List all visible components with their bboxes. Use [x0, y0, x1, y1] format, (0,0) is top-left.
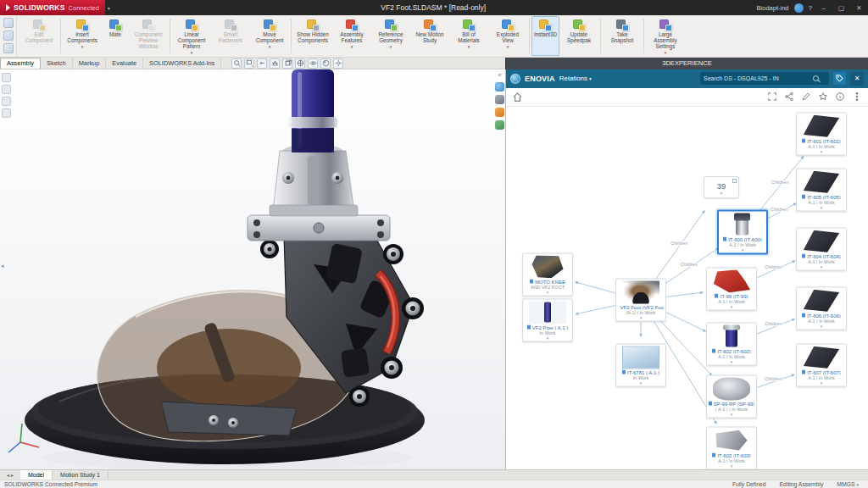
view-orientation-icon[interactable] [282, 58, 292, 69]
ribbon-button-move-component[interactable]: Move Component▾ [250, 16, 289, 56]
appearances-icon[interactable] [495, 108, 504, 117]
node-expand-chevron-icon[interactable]: ▾ [709, 303, 754, 308]
help-icon[interactable]: ? [809, 4, 812, 12]
node-expand-chevron-icon[interactable]: ▾ [525, 289, 570, 294]
previous-view-icon[interactable] [257, 58, 267, 69]
node-expand-chevron-icon[interactable]: ▾ [618, 380, 664, 385]
bottom-tab-model[interactable]: Model [20, 470, 53, 480]
edit-icon[interactable] [801, 92, 811, 102]
bottom-tab-motion-study-1[interactable]: Motion Study 1 [53, 470, 108, 480]
node-expand-chevron-icon[interactable]: ▾ [709, 463, 754, 468]
section-view-icon[interactable] [270, 58, 280, 69]
search-icon[interactable] [813, 75, 819, 81]
open-document-icon[interactable] [3, 30, 14, 41]
view-settings-icon[interactable] [333, 58, 343, 69]
ribbon-button-reference-geometry[interactable]: Reference Geometry▾ [371, 16, 410, 56]
node-expand-chevron-icon[interactable]: ▾ [706, 191, 737, 196]
graph-node-it600[interactable]: IT-600 (IT-600)A.1 | In Work▾ [717, 209, 768, 254]
chrome-clamp[interactable] [270, 144, 358, 216]
node-expand-chevron-icon[interactable]: ▾ [618, 314, 664, 319]
viewport-3d[interactable]: ◂ « [0, 69, 505, 469]
node-expand-chevron-icon[interactable]: ▾ [798, 148, 844, 153]
node-expand-chevron-icon[interactable]: ▾ [798, 263, 844, 269]
zoom-area-icon[interactable] [244, 58, 254, 69]
new-document-icon[interactable] [3, 18, 14, 28]
graph-node-it99[interactable]: IT-99 (IT-99)A.1 | In Work▾ [706, 267, 757, 310]
ribbon-button-assembly-features[interactable]: Assembly Features▾ [332, 16, 371, 56]
graph-node-vf2pipe[interactable]: VF2 Pipe ( A.1 )In Work▾ [522, 298, 573, 341]
status-mmgs[interactable]: MMGS▾ [837, 481, 859, 487]
share-icon[interactable] [784, 92, 794, 102]
relations-dropdown[interactable]: Relations ▾ [559, 75, 592, 82]
ribbon-button-mate[interactable]: Mate [102, 16, 129, 56]
info-icon[interactable] [835, 92, 845, 102]
zoom-fit-icon[interactable] [231, 58, 242, 69]
graph-node-vf2foot[interactable]: VF2 Foot (VF2 Foot)[A.1] | In Work▾ [615, 278, 666, 321]
ribbon-button-new-motion-study[interactable]: New Motion Study [410, 16, 449, 56]
maximize-button[interactable]: ▢ [835, 2, 848, 14]
home-icon[interactable] [512, 92, 523, 103]
ribbon-button-insert-components[interactable]: Insert Components▾ [63, 16, 102, 56]
node-expand-chevron-icon[interactable]: ▾ [709, 411, 754, 416]
more-icon[interactable] [852, 92, 862, 102]
options-icon[interactable] [495, 120, 504, 130]
tab-assembly[interactable]: Assembly [0, 58, 41, 69]
tab-markup[interactable]: Markup [73, 58, 107, 69]
display-manager-icon[interactable] [495, 95, 504, 104]
tab-sketch[interactable]: Sketch [41, 58, 73, 69]
search-input[interactable] [704, 75, 810, 81]
graph-node-it603[interactable]: IT-603 (IT-603)A.1 | In Work▾ [706, 426, 757, 469]
compass-icon[interactable] [510, 74, 520, 84]
pylon[interactable] [288, 69, 337, 152]
select-tool-icon[interactable] [2, 73, 11, 82]
avatar[interactable] [794, 3, 804, 13]
relations-graph[interactable]: ChildrenChildrenChildrenChildrenChildren… [506, 107, 868, 469]
ribbon-button-take-snapshot[interactable]: Take Snapshot [603, 16, 642, 56]
minimize-button[interactable]: – [817, 2, 830, 14]
ribbon-button-linear-component-pattern[interactable]: Linear Component Pattern▾ [172, 16, 211, 56]
panel-close-button[interactable]: ✕ [850, 72, 864, 86]
ribbon-button-update-speedpak[interactable]: Update Speedpak [559, 16, 598, 56]
node-expand-chevron-icon[interactable]: ▾ [525, 335, 570, 340]
ribbon-button-exploded-view[interactable]: Exploded View▾ [488, 16, 527, 56]
scroll-right-icon[interactable]: ▸ [11, 472, 14, 478]
tab-solidworks-add-ins[interactable]: SOLIDWORKS Add-Ins [143, 58, 221, 69]
star-icon[interactable] [818, 92, 828, 102]
account-name[interactable]: Biodapt-ind [757, 4, 789, 12]
graph-node-it602[interactable]: IT-602 (IT-602)A.1 | In Work▾ [706, 322, 757, 365]
expand-group-icon[interactable] [732, 179, 737, 183]
graph-node-it605[interactable]: IT-605 (IT-605)A.1 | In Work▾ [796, 168, 847, 211]
3dexperience-orb-icon[interactable] [495, 82, 504, 92]
measure-tool-icon[interactable] [2, 97, 11, 106]
featuremanager-collapse-icon[interactable]: ◂ [1, 263, 4, 269]
node-expand-chevron-icon[interactable]: ▾ [721, 247, 765, 252]
close-button[interactable]: ✕ [853, 2, 865, 14]
mass-properties-icon[interactable] [2, 108, 11, 118]
expand-icon[interactable] [767, 92, 777, 102]
graph-node-it601[interactable]: IT-601 (IT-601)A.1 | In Work▾ [796, 112, 847, 155]
display-style-icon[interactable] [295, 58, 305, 69]
ribbon-button-show-hidden-components[interactable]: Show Hidden Components [293, 16, 332, 56]
tab-scroll-arrows[interactable]: ◂▸ [0, 470, 20, 480]
node-expand-chevron-icon[interactable]: ▾ [798, 323, 844, 328]
scroll-left-icon[interactable]: ◂ [7, 472, 9, 478]
node-expand-chevron-icon[interactable]: ▾ [798, 380, 844, 385]
sketch-tool-icon[interactable] [2, 85, 11, 94]
tag-icon[interactable] [833, 72, 846, 85]
solidworks-logo[interactable]: SOLIDWORKS Connected [0, 0, 105, 15]
tab-evaluate[interactable]: Evaluate [106, 58, 143, 69]
graph-node-it606[interactable]: IT-606 (IT-606)A.1 | In Work▾ [796, 286, 847, 330]
graph-node-it6781[interactable]: IT-6781 ( A.1 )In Work▾ [615, 343, 666, 386]
save-document-icon[interactable] [3, 43, 14, 53]
graph-node-sp99[interactable]: SP-99 RP (SP-99)( A.1 ) | In Work▾ [706, 374, 757, 418]
top-plate[interactable] [248, 215, 390, 241]
viewport-3d-model[interactable] [0, 69, 505, 469]
edit-appearance-icon[interactable] [320, 58, 331, 69]
hide-show-items-icon[interactable] [308, 58, 318, 69]
graph-node-motoknee[interactable]: MOTO KNEEAND VF2 FOOT▾ [522, 252, 573, 296]
graph-node-it607[interactable]: IT-607 (IT-607)A.1 | In Work▾ [796, 343, 847, 386]
collapse-taskpane-icon[interactable]: « [498, 72, 501, 79]
ribbon-button-large-assembly-settings[interactable]: Large Assembly Settings▾ [646, 16, 685, 56]
ribbon-button-bill-of-materials[interactable]: Bill of Materials▾ [449, 16, 488, 56]
graph-node-group39[interactable]: 39▾ [704, 176, 739, 198]
